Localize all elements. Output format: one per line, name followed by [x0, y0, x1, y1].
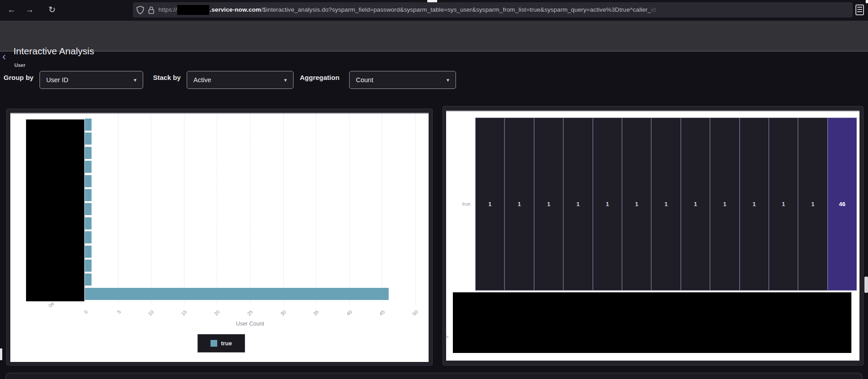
url-path: /$interactive_analysis.do?sysparm_field=…	[261, 6, 651, 13]
aggregation-label: Aggregation	[300, 74, 339, 81]
heatmap-cell[interactable]: 1	[475, 118, 504, 291]
url-protocol: https://	[158, 6, 177, 13]
left-edge-mark	[0, 348, 2, 360]
heatmap-cell[interactable]: 1	[740, 118, 769, 291]
heatmap-cell[interactable]: 1	[534, 118, 563, 291]
grid-line	[382, 114, 382, 304]
aggregation-select[interactable]: Count ▼	[349, 71, 456, 89]
heatmap-cell[interactable]: 1	[504, 118, 534, 291]
heatmap-cell-value: 1	[635, 201, 638, 207]
heatmap-cell[interactable]: 1	[622, 118, 651, 291]
grid-line	[118, 114, 118, 304]
heatmap-cell[interactable]: 1	[710, 118, 739, 291]
chevron-down-icon: ▼	[133, 78, 137, 83]
reader-mode-icon[interactable]	[855, 4, 864, 15]
legend[interactable]: true	[197, 334, 245, 353]
heatmap-cell[interactable]: 1	[593, 118, 622, 291]
heatmap-cell-value: 1	[811, 201, 814, 207]
bar[interactable]	[85, 231, 92, 243]
url-bar[interactable]: https://.service-now.com/$interactive_an…	[133, 2, 853, 18]
grid-line	[316, 114, 316, 304]
url-path-faded: id	[651, 6, 656, 13]
redaction-heatmap-columns	[453, 292, 851, 353]
shield-icon[interactable]	[136, 6, 144, 14]
aggregation-value: Count	[356, 76, 373, 84]
group-by-select[interactable]: User ID ▼	[39, 71, 143, 89]
grid-line	[217, 114, 217, 304]
url-text[interactable]: https://.service-now.com/$interactive_an…	[158, 5, 656, 15]
bar[interactable]	[85, 119, 92, 131]
chevron-down-icon: ▼	[446, 78, 450, 83]
grid-line	[250, 114, 250, 304]
heatmap-cell-value: 1	[753, 201, 756, 207]
back-chevron-icon[interactable]: ‹	[2, 51, 6, 62]
heatmap-cell-value: 1	[517, 201, 521, 207]
heatmap-cell-value: 1	[664, 201, 667, 207]
heatmap-cell-value: 1	[782, 201, 785, 207]
page: ← → ↻ https://.service-now.com/$interact…	[0, 0, 868, 379]
bar[interactable]	[85, 288, 389, 300]
page-subtitle: User	[14, 62, 25, 68]
url-redaction	[177, 5, 209, 15]
grid-line	[184, 114, 184, 304]
bar[interactable]	[85, 217, 92, 229]
chevron-down-icon: ▼	[283, 78, 288, 83]
heatmap-cell[interactable]: 1	[563, 118, 592, 291]
heatmap-cell-value: 1	[576, 201, 579, 207]
heatmap-cell-value: 1	[723, 201, 726, 207]
stack-by-select[interactable]: Active ▼	[187, 71, 294, 89]
heatmap-cell-value: 1	[694, 201, 697, 207]
lock-icon[interactable]	[148, 6, 154, 14]
app-header: ‹ Interactive Analysis User	[0, 21, 868, 52]
bar[interactable]	[85, 260, 92, 272]
heatmap-cell[interactable]: 1	[769, 118, 798, 291]
grid-line	[151, 114, 151, 304]
grid-line	[283, 114, 284, 304]
page-title: Interactive Analysis	[13, 46, 94, 57]
bar[interactable]	[85, 189, 92, 201]
bar[interactable]	[85, 203, 92, 215]
heatmap-row-label: true	[448, 201, 470, 207]
back-icon[interactable]: ←	[5, 0, 18, 20]
legend-label: true	[221, 340, 232, 347]
url-domain: .service-now.com	[210, 6, 261, 13]
heatmap-cell[interactable]: 46	[828, 118, 857, 291]
next-section-edge	[5, 373, 863, 379]
bar[interactable]	[85, 175, 92, 187]
heatmap-cell-value: 1	[547, 201, 550, 207]
x-axis-title: User Count	[219, 321, 281, 327]
group-by-label: Group by	[4, 74, 34, 81]
scrollbar-thumb[interactable]	[864, 277, 868, 293]
stack-by-label: Stack by	[153, 74, 181, 81]
heatmap-cell-value: 1	[488, 201, 491, 207]
refresh-icon[interactable]: ↻	[46, 0, 58, 20]
forward-icon[interactable]: →	[23, 0, 36, 20]
stack-by-value: Active	[193, 76, 211, 84]
bar[interactable]	[85, 132, 92, 145]
heatmap-cell[interactable]: 1	[651, 118, 680, 291]
bar[interactable]	[85, 246, 92, 258]
browser-toolbar: ← → ↻ https://.service-now.com/$interact…	[0, 0, 868, 20]
bar[interactable]	[85, 147, 92, 159]
grid-line	[349, 114, 350, 304]
redaction-y-axis-labels	[26, 119, 84, 301]
browser-tab-notch-right[interactable]	[866, 0, 868, 3]
bar[interactable]	[85, 273, 92, 286]
heatmap-cell-value: 1	[606, 201, 609, 207]
grid-line	[415, 114, 416, 304]
heatmap-cell-value: 46	[839, 201, 845, 207]
bar[interactable]	[85, 161, 92, 173]
heatmap-cell[interactable]: 1	[798, 118, 827, 291]
heatmap-cell[interactable]: 1	[681, 118, 710, 291]
group-by-value: User ID	[46, 76, 68, 84]
legend-swatch	[210, 340, 217, 347]
